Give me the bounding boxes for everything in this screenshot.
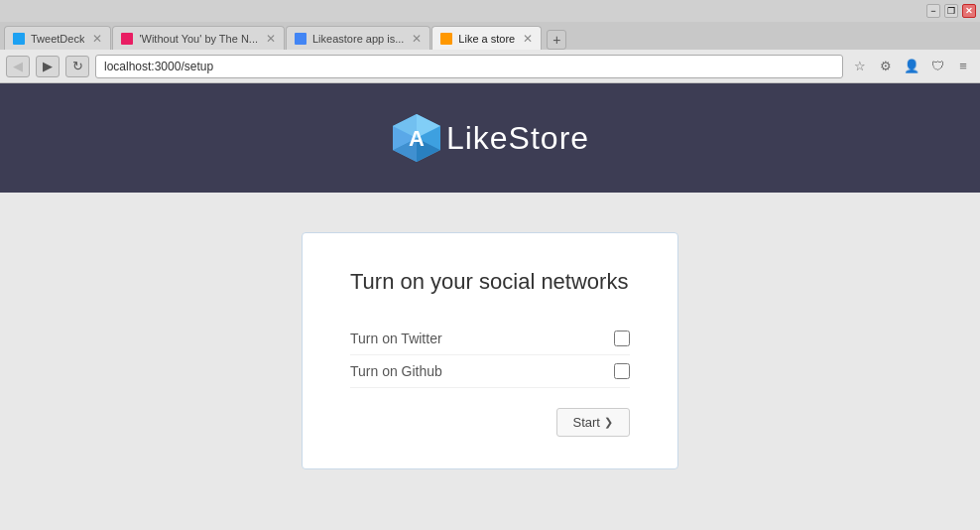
shield-icon[interactable]: 🛡	[926, 56, 948, 77]
twitter-label: Turn on Twitter	[350, 331, 442, 346]
logo-store: Store	[509, 120, 589, 156]
back-button[interactable]: ◀	[6, 56, 30, 77]
extensions-icon[interactable]: ⚙	[875, 56, 897, 77]
close-button[interactable]: ✕	[962, 4, 976, 18]
github-label: Turn on Github	[350, 363, 442, 379]
like-store-favicon	[440, 33, 452, 45]
menu-icon[interactable]: ≡	[952, 56, 974, 77]
tab-music[interactable]: 'Without You' by The N... ✕	[112, 26, 285, 50]
toolbar-icons: ☆ ⚙ 👤 🛡 ≡	[849, 56, 974, 77]
start-label: Start	[573, 415, 600, 430]
music-favicon	[121, 33, 133, 45]
refresh-button[interactable]: ↻	[65, 56, 89, 77]
browser-chrome: − ❐ ✕ TweetDeck ✕ 'Without You' by The N…	[0, 0, 980, 83]
tab-music-label: 'Without You' by The N...	[139, 33, 258, 45]
bookmarks-icon[interactable]: ☆	[849, 56, 871, 77]
svg-text:A: A	[409, 126, 425, 151]
setup-card: Turn on your social networks Turn on Twi…	[302, 232, 678, 469]
app-content: Turn on your social networks Turn on Twi…	[0, 193, 980, 509]
forward-button[interactable]: ▶	[36, 56, 60, 77]
address-bar-row: ◀ ▶ ↻ ☆ ⚙ 👤 🛡 ≡	[0, 50, 980, 83]
github-checkbox[interactable]	[614, 363, 630, 379]
logo-container: A LikeStore	[391, 112, 589, 164]
tab-tweetdeck-label: TweetDeck	[31, 33, 84, 45]
card-footer: Start ❯	[350, 408, 630, 437]
profile-icon[interactable]: 👤	[901, 56, 922, 77]
twitter-option: Turn on Twitter	[350, 323, 630, 355]
tab-likeastore-app[interactable]: Likeastore app is... ✕	[286, 26, 430, 50]
tab-likeastore-app-label: Likeastore app is...	[312, 33, 404, 45]
likeastore-app-favicon	[295, 33, 306, 45]
tab-like-store-label: Like a store	[458, 33, 515, 45]
minimize-button[interactable]: −	[926, 4, 940, 18]
start-button[interactable]: Start ❯	[556, 408, 630, 437]
tab-likeastore-app-close[interactable]: ✕	[412, 32, 422, 46]
card-title: Turn on your social networks	[350, 269, 630, 295]
tab-like-store[interactable]: Like a store ✕	[431, 26, 542, 50]
address-bar[interactable]	[95, 55, 843, 78]
tab-music-close[interactable]: ✕	[266, 32, 276, 46]
tab-like-store-close[interactable]: ✕	[523, 32, 533, 46]
chevron-right-icon: ❯	[604, 416, 613, 429]
tweetdeck-favicon	[13, 33, 25, 45]
logo-text: LikeStore	[446, 120, 589, 157]
restore-button[interactable]: ❐	[944, 4, 958, 18]
logo-like: Like	[446, 120, 509, 156]
tab-tweetdeck-close[interactable]: ✕	[92, 32, 102, 46]
logo-icon: A	[391, 112, 442, 164]
tab-tweetdeck[interactable]: TweetDeck ✕	[4, 26, 111, 50]
github-option: Turn on Github	[350, 355, 630, 388]
app-header: A LikeStore	[0, 83, 980, 193]
twitter-checkbox[interactable]	[614, 331, 630, 346]
tabs-bar: TweetDeck ✕ 'Without You' by The N... ✕ …	[0, 22, 980, 50]
browser-titlebar: − ❐ ✕	[0, 0, 980, 22]
new-tab-button[interactable]: +	[547, 30, 566, 50]
